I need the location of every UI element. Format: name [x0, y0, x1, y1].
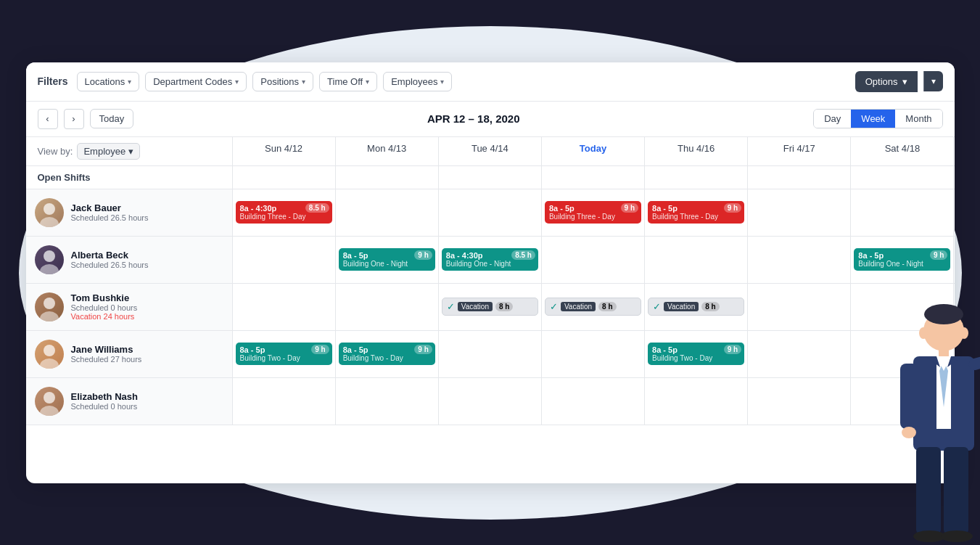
day-header-fri: Fri 4/17	[748, 137, 851, 165]
shift-hours-badge: 9 h	[414, 345, 432, 354]
shift-cell-tom-bushkie-day-0	[233, 284, 336, 330]
svg-rect-16	[968, 345, 980, 372]
shift-cell-alberta-beck-day-6[interactable]: 8a - 5p Building One - Night 9 h	[851, 237, 954, 283]
shift-location: Building One - Night	[858, 260, 946, 268]
day-header-tue: Tue 4/14	[439, 137, 542, 165]
shift-block[interactable]: 8a - 5p Building One - Night 9 h	[339, 248, 435, 271]
shift-location: Building Three - Day	[652, 213, 740, 221]
shift-cell-jane-williams-day-3	[542, 331, 645, 377]
employee-info-alberta-beck[interactable]: Alberta Beck Scheduled 26.5 hours	[26, 237, 233, 283]
shift-cell-alberta-beck-day-0	[233, 237, 336, 283]
tab-month[interactable]: Month	[895, 110, 942, 128]
shift-location: Building Three - Day	[240, 213, 328, 221]
vacation-block[interactable]: ✓ Vacation 8 h	[442, 298, 538, 316]
shift-cell-alberta-beck-day-2[interactable]: 8a - 4:30p Building One - Night 8.5 h	[439, 237, 542, 283]
shift-hours-badge: 9 h	[414, 250, 432, 260]
shift-hours-badge: 8.5 h	[511, 250, 535, 260]
prev-button[interactable]: ‹	[38, 109, 58, 129]
open-shift-cell-5	[748, 166, 851, 189]
check-icon: ✓	[653, 301, 661, 312]
employee-info-tom-bushkie[interactable]: Tom Bushkie Scheduled 0 hours Vacation 2…	[26, 284, 233, 330]
vacation-block[interactable]: ✓ Vacation 8 h	[648, 298, 744, 316]
chevron-down-icon: ▾	[128, 146, 133, 157]
shift-block[interactable]: 8a - 5p Building Three - Day 9 h	[648, 201, 744, 224]
employee-info-jane-williams[interactable]: Jane Williams Scheduled 27 hours	[26, 331, 233, 377]
employee-details: Jack Bauer Scheduled 26.5 hours	[71, 202, 149, 222]
svg-point-7	[40, 358, 59, 369]
tab-week[interactable]: Week	[851, 110, 895, 128]
today-button[interactable]: Today	[90, 109, 134, 128]
viewby-select[interactable]: Employee ▾	[77, 143, 140, 160]
shift-block[interactable]: 8a - 5p Building Two - Day 9 h	[648, 343, 744, 365]
chevron-down-icon: ▾	[235, 78, 239, 86]
shift-location: Building One - Night	[446, 260, 534, 268]
shift-cell-elizabeth-nash-day-5	[748, 378, 851, 425]
svg-point-23	[941, 530, 973, 542]
employee-info-elizabeth-nash[interactable]: Elizabeth Nash Scheduled 0 hours	[26, 378, 233, 425]
open-shift-cell-4	[645, 166, 748, 189]
shift-block[interactable]: 8a - 4:30p Building Three - Day 8.5 h	[236, 201, 332, 224]
shift-cell-tom-bushkie-day-3[interactable]: ✓ Vacation 8 h	[542, 284, 645, 330]
employee-hours: Scheduled 26.5 hours	[71, 213, 149, 222]
shift-block[interactable]: 8a - 5p Building Three - Day 9 h	[545, 201, 641, 224]
svg-point-5	[40, 311, 59, 321]
employee-row: Jack Bauer Scheduled 26.5 hours 8a - 4:3…	[26, 189, 955, 237]
options-split-button[interactable]: ▾	[923, 71, 943, 91]
vacation-label: Vacation	[664, 302, 699, 311]
shift-cell-jane-williams-day-6	[851, 331, 954, 377]
shift-block[interactable]: 8a - 5p Building One - Night 9 h	[854, 248, 950, 271]
shift-cell-elizabeth-nash-day-0	[233, 378, 336, 425]
shift-cell-jack-bauer-day-5	[748, 189, 851, 236]
vacation-hours: 8 h	[495, 302, 513, 311]
shift-cell-tom-bushkie-day-5	[748, 284, 851, 330]
shift-cell-jane-williams-day-1[interactable]: 8a - 5p Building Two - Day 9 h	[336, 331, 439, 377]
shift-cell-jane-williams-day-4[interactable]: 8a - 5p Building Two - Day 9 h	[645, 331, 748, 377]
filter-positions[interactable]: Positions ▾	[252, 72, 313, 91]
svg-point-22	[913, 530, 945, 542]
shift-cell-tom-bushkie-day-2[interactable]: ✓ Vacation 8 h	[439, 284, 542, 330]
employee-hours: Scheduled 26.5 hours	[71, 261, 149, 269]
filter-employees[interactable]: Employees ▾	[383, 72, 452, 91]
shift-block[interactable]: 8a - 5p Building Two - Day 9 h	[339, 343, 435, 365]
day-header-sat: Sat 4/18	[851, 137, 954, 165]
shift-block[interactable]: 8a - 4:30p Building One - Night 8.5 h	[442, 248, 538, 271]
shift-hours-badge: 9 h	[311, 345, 329, 354]
options-button[interactable]: Options ▾	[855, 71, 918, 92]
tab-day[interactable]: Day	[814, 110, 851, 128]
filters-label: Filters	[38, 75, 68, 87]
filter-time-off[interactable]: Time Off ▾	[319, 72, 377, 91]
shift-location: Building Two - Day	[652, 354, 740, 362]
filter-department-codes[interactable]: Department Codes ▾	[145, 72, 247, 91]
avatar	[35, 198, 64, 227]
shift-hours-badge: 9 h	[724, 345, 741, 354]
open-shifts-label: Open Shifts	[26, 166, 233, 189]
check-icon: ✓	[447, 301, 455, 312]
chevron-down-icon: ▾	[302, 78, 305, 86]
shift-block[interactable]: 8a - 5p Building Two - Day 9 h	[236, 343, 332, 365]
chevron-down-icon: ▾	[440, 78, 444, 86]
shift-cell-jack-bauer-day-1	[336, 189, 439, 236]
svg-point-9	[40, 406, 59, 416]
shift-cell-alberta-beck-day-5	[748, 237, 851, 283]
shift-cell-jack-bauer-day-4[interactable]: 8a - 5p Building Three - Day 9 h	[645, 189, 748, 236]
filter-locations[interactable]: Locations ▾	[77, 72, 140, 91]
shift-cell-jane-williams-day-0[interactable]: 8a - 5p Building Two - Day 9 h	[233, 331, 336, 377]
employee-info-jack-bauer[interactable]: Jack Bauer Scheduled 26.5 hours	[26, 189, 233, 236]
employee-details: Tom Bushkie Scheduled 0 hours Vacation 2…	[71, 292, 138, 321]
shift-cell-jack-bauer-day-3[interactable]: 8a - 5p Building Three - Day 9 h	[542, 189, 645, 236]
shift-hours-badge: 9 h	[621, 203, 638, 213]
employee-name: Alberta Beck	[71, 250, 149, 261]
employee-details: Alberta Beck Scheduled 26.5 hours	[71, 250, 149, 269]
open-shift-cell-0	[233, 166, 336, 189]
shift-cell-tom-bushkie-day-4[interactable]: ✓ Vacation 8 h	[645, 284, 748, 330]
vacation-label: Vacation	[561, 302, 596, 311]
shift-cell-elizabeth-nash-day-2	[439, 378, 542, 425]
shift-cell-elizabeth-nash-day-4	[645, 378, 748, 425]
svg-point-0	[44, 203, 55, 215]
vacation-block[interactable]: ✓ Vacation 8 h	[545, 298, 641, 316]
shift-cell-jane-williams-day-5	[748, 331, 851, 377]
column-headers: View by: Employee ▾ Sun 4/12 Mon 4/13 Tu…	[26, 137, 955, 166]
shift-cell-alberta-beck-day-1[interactable]: 8a - 5p Building One - Night 9 h	[336, 237, 439, 283]
next-button[interactable]: ›	[64, 109, 84, 129]
shift-cell-jack-bauer-day-0[interactable]: 8a - 4:30p Building Three - Day 8.5 h	[233, 189, 336, 236]
